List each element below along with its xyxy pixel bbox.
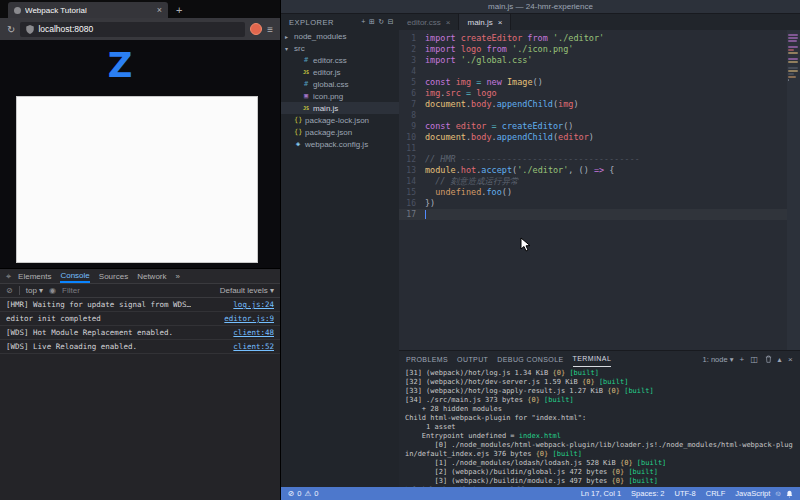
editor-tab-editor-css[interactable]: editor.css× [399,14,459,30]
kill-terminal-icon[interactable] [765,355,772,363]
code-text [425,209,426,220]
tree-item-package-json[interactable]: {}package.json [281,126,399,138]
menu-icon[interactable]: ≡ [267,24,273,35]
line-number: 4 [399,66,425,77]
minimap-line [788,76,796,78]
terminal-selector[interactable]: 1: node ▾ [703,355,734,364]
panel-tab-problems[interactable]: PROBLEMS [406,351,448,367]
collapse-folders-icon[interactable]: ⊟ [388,18,394,26]
tree-item-global-css[interactable]: #global.css [281,78,399,90]
console-source-link[interactable]: editor.js:9 [224,314,274,323]
code-line[interactable]: 17 [399,209,800,220]
page-viewport: Z [0,40,280,268]
code-line[interactable]: 5const img = new Image() [399,77,800,88]
notifications-bell-icon[interactable] [786,490,793,498]
profile-avatar[interactable] [250,23,262,35]
terminal-output[interactable]: [31] (webpack)/hot/log.js 1.34 KiB {0} [… [399,367,800,487]
terminal-line: [32] (webpack)/hot/dev-server.js 1.59 Ki… [405,378,794,387]
tab-close-icon[interactable]: × [157,5,162,15]
console-source-link[interactable]: log.js:24 [233,300,274,309]
js-file-icon: JS [302,69,310,75]
minimap[interactable] [787,30,800,350]
browser-window: Webpack Tutorial × + ↻ localhost:8080 ≡ … [0,0,280,500]
tree-item-webpack-config-js[interactable]: ◈webpack.config.js [281,138,399,150]
devtools-tabs-overflow-icon[interactable]: » [176,269,180,283]
code-line[interactable]: 14 // 刻意造成运行异常 [399,176,800,187]
code-line[interactable]: 4 [399,66,800,77]
status-utf-8[interactable]: UTF-8 [674,489,695,498]
tree-item-editor-js[interactable]: JSeditor.js [281,66,399,78]
console-source-link[interactable]: client:48 [233,328,274,337]
code-line[interactable]: 11 [399,143,800,154]
tab-close-icon[interactable]: × [446,18,451,27]
close-panel-icon[interactable]: × [788,355,793,364]
tree-item-label: node_modules [294,32,346,41]
code-line[interactable]: 9const editor = createEditor() [399,121,800,132]
panel-tab-debug-console[interactable]: DEBUG CONSOLE [497,351,563,367]
refresh-explorer-icon[interactable]: ↻ [378,18,384,26]
console-filter-input[interactable]: Filter [62,286,214,295]
code-editor[interactable]: 1import createEditor from './editor'2imp… [399,30,800,350]
code-line[interactable]: 7document.body.appendChild(img) [399,99,800,110]
code-line[interactable]: 16}) [399,198,800,209]
line-number: 6 [399,88,425,99]
eye-icon[interactable]: ◉ [49,286,56,295]
text-cursor [425,210,426,219]
terminal-line: [31] (webpack)/hot/log.js 1.34 KiB {0} [… [405,369,794,378]
chevron-right-icon: ▸ [285,33,291,40]
new-folder-icon[interactable]: ⊞ [369,18,375,26]
status-javascript[interactable]: JavaScript [735,489,770,498]
js-file-icon: JS [302,105,310,111]
devtools-tab-sources[interactable]: Sources [99,269,128,283]
tree-item-src[interactable]: ▾src [281,42,399,54]
new-terminal-icon[interactable]: + [739,355,744,364]
panel-tab-terminal[interactable]: TERMINAL [573,351,612,367]
clear-console-icon[interactable]: ⊘ [6,286,13,295]
devtools-tab-network[interactable]: Network [137,269,166,283]
code-text: const editor = createEditor() [425,121,573,132]
status-spaces-2[interactable]: Spaces: 2 [631,489,664,498]
explorer-title: EXPLORER [289,18,334,27]
new-tab-button[interactable]: + [176,4,182,18]
browser-tab[interactable]: Webpack Tutorial × [8,2,168,18]
tree-item-editor-css[interactable]: #editor.css [281,54,399,66]
line-number: 13 [399,165,425,176]
maximize-panel-icon[interactable]: ▴ [778,355,782,364]
code-line[interactable]: 2import logo from './icon.png' [399,44,800,55]
code-line[interactable]: 3import './global.css' [399,55,800,66]
devtools-tab-elements[interactable]: Elements [18,269,51,283]
code-line[interactable]: 6img.src = logo [399,88,800,99]
code-line[interactable]: 13module.hot.accept('./editor', () => { [399,165,800,176]
tree-item-main-js[interactable]: JSmain.js [281,102,399,114]
tree-item-label: package-lock.json [305,116,369,125]
line-number: 2 [399,44,425,55]
context-selector[interactable]: top ▾ [26,286,43,295]
feedback-smiley-icon[interactable]: ☺ [774,489,782,498]
split-terminal-icon[interactable]: ◫ [751,355,759,364]
console-source-link[interactable]: client:52 [233,342,274,351]
tree-item-node-modules[interactable]: ▸node_modules [281,30,399,42]
console-messages: [HMR] Waiting for update signal from WDS… [0,298,280,354]
status-ln-17-col-1[interactable]: Ln 17, Col 1 [581,489,621,498]
log-levels-selector[interactable]: Default levels ▾ [220,286,274,295]
reload-icon[interactable]: ↻ [7,24,15,35]
problems-status[interactable]: ⊘ 0 ⚠ 0 [288,489,318,498]
context-label: top [26,286,37,295]
code-line[interactable]: 10document.body.appendChild(editor) [399,132,800,143]
editor-tab-main-js[interactable]: main.js× [459,14,511,30]
new-file-icon[interactable]: + [361,18,366,26]
code-text: // 刻意造成运行异常 [425,176,519,187]
tree-item-package-lock-json[interactable]: {}package-lock.json [281,114,399,126]
url-bar[interactable]: localhost:8080 [20,22,245,37]
status-crlf[interactable]: CRLF [706,489,726,498]
code-line[interactable]: 8 [399,110,800,121]
devtools-tab-console[interactable]: Console [60,269,89,283]
page-editor-textarea[interactable] [16,96,258,263]
code-line[interactable]: 1import createEditor from './editor' [399,33,800,44]
code-line[interactable]: 15 undefined.foo() [399,187,800,198]
code-line[interactable]: 12// HMR -------------------------------… [399,154,800,165]
tree-item-icon-png[interactable]: ▣icon.png [281,90,399,102]
panel-tab-output[interactable]: OUTPUT [457,351,488,367]
inspect-element-icon[interactable]: ⌖ [6,271,11,282]
tab-close-icon[interactable]: × [498,18,503,27]
